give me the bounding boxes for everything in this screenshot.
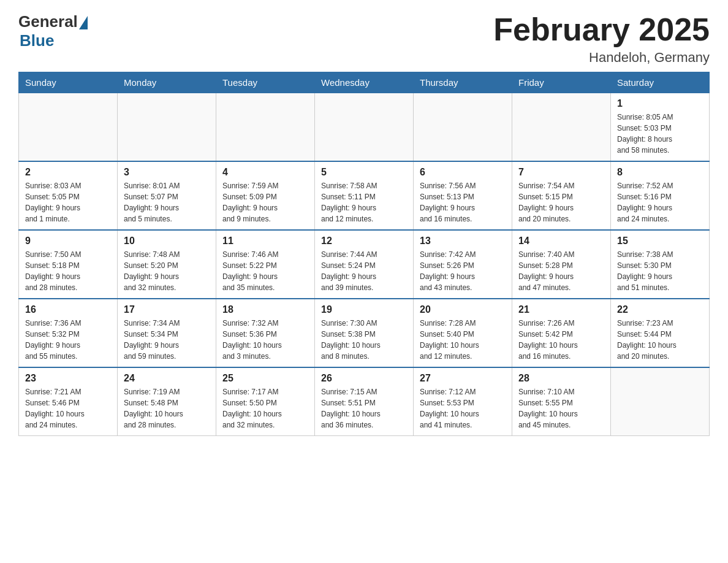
day-info: Sunrise: 7:32 AMSunset: 5:36 PMDaylight:… <box>222 318 308 362</box>
day-info: Sunrise: 8:05 AMSunset: 5:03 PMDaylight:… <box>617 112 703 156</box>
day-number: 25 <box>222 373 308 384</box>
day-info: Sunrise: 7:40 AMSunset: 5:28 PMDaylight:… <box>518 249 604 293</box>
day-number: 14 <box>518 236 604 247</box>
calendar-week-row: 1Sunrise: 8:05 AMSunset: 5:03 PMDaylight… <box>19 93 710 162</box>
day-info: Sunrise: 7:38 AMSunset: 5:30 PMDaylight:… <box>617 249 703 293</box>
calendar-day-cell <box>118 93 216 162</box>
calendar-day-cell: 2Sunrise: 8:03 AMSunset: 5:05 PMDaylight… <box>19 161 118 230</box>
calendar-day-cell: 21Sunrise: 7:26 AMSunset: 5:42 PMDayligh… <box>512 299 611 367</box>
day-info: Sunrise: 7:26 AMSunset: 5:42 PMDaylight:… <box>518 318 604 362</box>
column-header-tuesday: Tuesday <box>216 72 315 93</box>
calendar-day-cell: 25Sunrise: 7:17 AMSunset: 5:50 PMDayligh… <box>216 367 315 436</box>
day-info: Sunrise: 7:54 AMSunset: 5:15 PMDaylight:… <box>518 180 604 224</box>
calendar-day-cell: 15Sunrise: 7:38 AMSunset: 5:30 PMDayligh… <box>611 230 710 299</box>
calendar-day-cell: 17Sunrise: 7:34 AMSunset: 5:34 PMDayligh… <box>118 299 216 367</box>
logo-triangle-icon <box>79 16 88 29</box>
calendar-day-cell: 5Sunrise: 7:58 AMSunset: 5:11 PMDaylight… <box>315 161 414 230</box>
day-info: Sunrise: 7:17 AMSunset: 5:50 PMDaylight:… <box>222 386 308 431</box>
logo-blue-text: Blue <box>20 31 54 50</box>
day-info: Sunrise: 7:52 AMSunset: 5:16 PMDaylight:… <box>617 180 703 224</box>
month-title: February 2025 <box>493 12 710 47</box>
day-info: Sunrise: 7:21 AMSunset: 5:46 PMDaylight:… <box>25 386 111 431</box>
calendar-week-row: 16Sunrise: 7:36 AMSunset: 5:32 PMDayligh… <box>19 299 710 367</box>
calendar-day-cell: 12Sunrise: 7:44 AMSunset: 5:24 PMDayligh… <box>315 230 414 299</box>
calendar-day-cell: 10Sunrise: 7:48 AMSunset: 5:20 PMDayligh… <box>118 230 216 299</box>
day-info: Sunrise: 7:30 AMSunset: 5:38 PMDaylight:… <box>321 318 407 362</box>
calendar-day-cell <box>414 93 512 162</box>
day-number: 4 <box>222 167 308 178</box>
calendar-day-cell: 28Sunrise: 7:10 AMSunset: 5:55 PMDayligh… <box>512 367 611 436</box>
day-info: Sunrise: 7:28 AMSunset: 5:40 PMDaylight:… <box>420 318 506 362</box>
calendar-header-row: SundayMondayTuesdayWednesdayThursdayFrid… <box>19 72 710 93</box>
calendar-week-row: 2Sunrise: 8:03 AMSunset: 5:05 PMDaylight… <box>19 161 710 230</box>
day-number: 2 <box>25 167 111 178</box>
calendar-week-row: 23Sunrise: 7:21 AMSunset: 5:46 PMDayligh… <box>19 367 710 436</box>
logo-general-text: General <box>18 12 78 31</box>
calendar-day-cell: 18Sunrise: 7:32 AMSunset: 5:36 PMDayligh… <box>216 299 315 367</box>
calendar-day-cell: 16Sunrise: 7:36 AMSunset: 5:32 PMDayligh… <box>19 299 118 367</box>
day-number: 22 <box>617 304 703 315</box>
calendar-day-cell: 9Sunrise: 7:50 AMSunset: 5:18 PMDaylight… <box>19 230 118 299</box>
calendar-day-cell: 6Sunrise: 7:56 AMSunset: 5:13 PMDaylight… <box>414 161 512 230</box>
location: Handeloh, Germany <box>493 50 710 66</box>
day-number: 13 <box>420 236 506 247</box>
day-number: 19 <box>321 304 407 315</box>
day-number: 12 <box>321 236 407 247</box>
day-number: 28 <box>518 373 604 384</box>
day-number: 20 <box>420 304 506 315</box>
day-info: Sunrise: 7:59 AMSunset: 5:09 PMDaylight:… <box>222 180 308 224</box>
day-number: 21 <box>518 304 604 315</box>
calendar-week-row: 9Sunrise: 7:50 AMSunset: 5:18 PMDaylight… <box>19 230 710 299</box>
day-info: Sunrise: 8:03 AMSunset: 5:05 PMDaylight:… <box>25 180 111 224</box>
day-info: Sunrise: 7:44 AMSunset: 5:24 PMDaylight:… <box>321 249 407 293</box>
calendar-day-cell: 8Sunrise: 7:52 AMSunset: 5:16 PMDaylight… <box>611 161 710 230</box>
day-number: 6 <box>420 167 506 178</box>
calendar-day-cell: 22Sunrise: 7:23 AMSunset: 5:44 PMDayligh… <box>611 299 710 367</box>
day-info: Sunrise: 7:12 AMSunset: 5:53 PMDaylight:… <box>420 386 506 431</box>
day-number: 18 <box>222 304 308 315</box>
day-info: Sunrise: 7:19 AMSunset: 5:48 PMDaylight:… <box>124 386 210 431</box>
calendar-day-cell: 19Sunrise: 7:30 AMSunset: 5:38 PMDayligh… <box>315 299 414 367</box>
day-info: Sunrise: 8:01 AMSunset: 5:07 PMDaylight:… <box>124 180 210 224</box>
logo-top: General <box>18 12 88 31</box>
day-number: 7 <box>518 167 604 178</box>
calendar-day-cell: 14Sunrise: 7:40 AMSunset: 5:28 PMDayligh… <box>512 230 611 299</box>
calendar-day-cell: 27Sunrise: 7:12 AMSunset: 5:53 PMDayligh… <box>414 367 512 436</box>
day-info: Sunrise: 7:56 AMSunset: 5:13 PMDaylight:… <box>420 180 506 224</box>
calendar-day-cell: 7Sunrise: 7:54 AMSunset: 5:15 PMDaylight… <box>512 161 611 230</box>
day-info: Sunrise: 7:23 AMSunset: 5:44 PMDaylight:… <box>617 318 703 362</box>
calendar-day-cell: 23Sunrise: 7:21 AMSunset: 5:46 PMDayligh… <box>19 367 118 436</box>
day-number: 24 <box>124 373 210 384</box>
calendar-day-cell <box>611 367 710 436</box>
page-header: General Blue February 2025 Handeloh, Ger… <box>18 12 710 66</box>
day-info: Sunrise: 7:50 AMSunset: 5:18 PMDaylight:… <box>25 249 111 293</box>
column-header-sunday: Sunday <box>19 72 118 93</box>
day-number: 27 <box>420 373 506 384</box>
day-number: 11 <box>222 236 308 247</box>
day-info: Sunrise: 7:58 AMSunset: 5:11 PMDaylight:… <box>321 180 407 224</box>
calendar-day-cell <box>19 93 118 162</box>
calendar-day-cell <box>512 93 611 162</box>
day-number: 1 <box>617 98 703 109</box>
calendar-day-cell: 26Sunrise: 7:15 AMSunset: 5:51 PMDayligh… <box>315 367 414 436</box>
day-info: Sunrise: 7:15 AMSunset: 5:51 PMDaylight:… <box>321 386 407 431</box>
day-number: 17 <box>124 304 210 315</box>
column-header-friday: Friday <box>512 72 611 93</box>
calendar-day-cell: 20Sunrise: 7:28 AMSunset: 5:40 PMDayligh… <box>414 299 512 367</box>
calendar-day-cell: 11Sunrise: 7:46 AMSunset: 5:22 PMDayligh… <box>216 230 315 299</box>
calendar-day-cell: 1Sunrise: 8:05 AMSunset: 5:03 PMDaylight… <box>611 93 710 162</box>
day-number: 23 <box>25 373 111 384</box>
day-info: Sunrise: 7:48 AMSunset: 5:20 PMDaylight:… <box>124 249 210 293</box>
calendar-table: SundayMondayTuesdayWednesdayThursdayFrid… <box>18 72 710 436</box>
day-number: 26 <box>321 373 407 384</box>
day-info: Sunrise: 7:34 AMSunset: 5:34 PMDaylight:… <box>124 318 210 362</box>
calendar-day-cell <box>216 93 315 162</box>
calendar-day-cell <box>315 93 414 162</box>
day-number: 3 <box>124 167 210 178</box>
day-number: 10 <box>124 236 210 247</box>
column-header-wednesday: Wednesday <box>315 72 414 93</box>
logo: General Blue <box>18 12 88 50</box>
day-info: Sunrise: 7:36 AMSunset: 5:32 PMDaylight:… <box>25 318 111 362</box>
day-info: Sunrise: 7:46 AMSunset: 5:22 PMDaylight:… <box>222 249 308 293</box>
day-number: 9 <box>25 236 111 247</box>
